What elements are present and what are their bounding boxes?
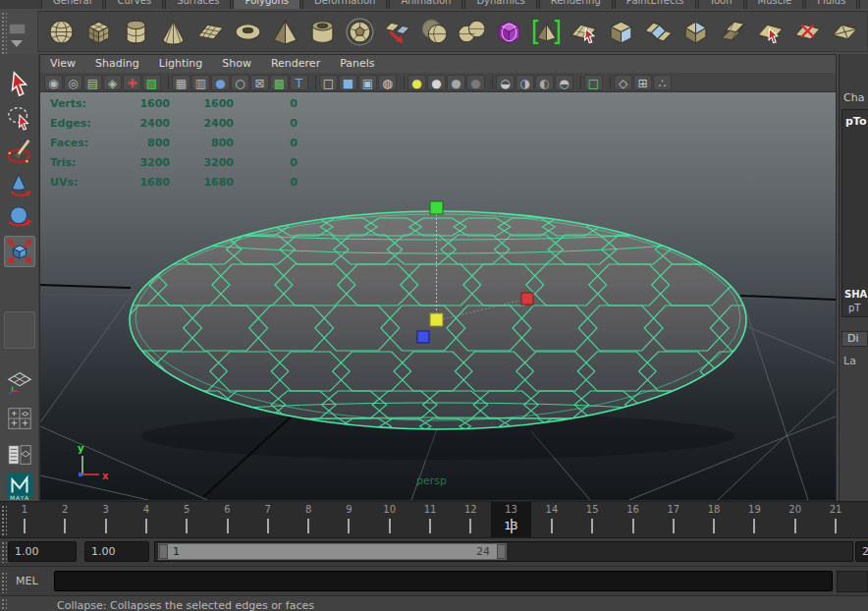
range-slider-track[interactable]: 1 24: [154, 541, 853, 562]
playback-start-field[interactable]: 1.00: [8, 541, 77, 562]
toolbox-move-tool[interactable]: [4, 169, 35, 200]
shelf-icon-smooth[interactable]: [415, 14, 453, 49]
safe-action-icon[interactable]: ⊠: [250, 75, 269, 90]
shelf-icon-poly-plane[interactable]: [191, 14, 229, 49]
shelf-icon-triangulate[interactable]: [826, 14, 863, 49]
shelf-icon-average-vertices[interactable]: [453, 14, 490, 49]
gate-mask-icon[interactable]: ●: [211, 75, 230, 90]
shelf-tab-toon[interactable]: Toon: [698, 0, 744, 9]
range-end-handle[interactable]: [497, 544, 506, 559]
ssao-icon[interactable]: ◑: [515, 75, 534, 90]
safe-title-icon[interactable]: ▩: [270, 75, 289, 90]
shaded-mode-icon[interactable]: ■: [339, 75, 357, 90]
viewport-menu-shading[interactable]: Shading: [85, 55, 149, 73]
pan-zoom-icon[interactable]: ✚: [123, 75, 141, 90]
shelf-menu-button[interactable]: [9, 24, 26, 34]
shelf-tab-dynamics[interactable]: Dynamics: [464, 0, 536, 9]
channel-box-object-name[interactable]: pTo: [845, 115, 866, 128]
toolbox-single-pane-layout[interactable]: [4, 365, 35, 397]
range-slider-grip[interactable]: [1, 541, 7, 563]
viewport-menu-panels[interactable]: Panels: [330, 55, 384, 73]
xray-icon[interactable]: ◇: [614, 75, 632, 90]
shelf-icon-poly-cone[interactable]: [154, 14, 191, 49]
film-gate-icon[interactable]: ▦: [172, 75, 190, 90]
share-node-icon[interactable]: ∴: [653, 75, 672, 90]
shelf-icon-poke-face[interactable]: [751, 14, 788, 49]
shelf-tab-painteffects[interactable]: PaintEffects: [615, 0, 696, 9]
mel-command-input[interactable]: [54, 571, 833, 591]
help-line-grip[interactable]: [1, 598, 7, 611]
shelf-tab-curves[interactable]: Curves: [105, 0, 163, 9]
scale-handle-z[interactable]: [417, 331, 429, 343]
shelf-dropdown-arrow-icon[interactable]: [11, 40, 23, 47]
shelf-icon-poly-sphere[interactable]: [42, 14, 80, 49]
no-lights-icon[interactable]: ●: [466, 75, 485, 90]
shelf-icon-poly-cube[interactable]: [80, 14, 117, 49]
toolbox-outliner-persp-layout[interactable]: [4, 439, 35, 471]
shelf-icon-bridge[interactable]: [639, 14, 677, 49]
shelf-icon-mirror-geometry[interactable]: [527, 14, 565, 49]
viewport-menu-lighting[interactable]: Lighting: [149, 55, 212, 73]
textured-mode-icon[interactable]: ▣: [358, 75, 377, 90]
toolbox-four-pane-layout[interactable]: [4, 403, 35, 434]
shelf-icon-quadrangulate[interactable]: [863, 14, 868, 49]
viewport-canvas[interactable]: y x persp Verts:160016000Edges:240024000…: [40, 92, 836, 500]
shelf-icon-poly-pipe[interactable]: [303, 14, 341, 49]
shelf-icon-poly-cylinder[interactable]: [117, 14, 154, 49]
wireframe-mode-icon[interactable]: □: [319, 75, 338, 90]
shelf-icon-bevel[interactable]: [677, 14, 714, 49]
viewport-menu-renderer[interactable]: Renderer: [261, 55, 330, 73]
scale-handle-x[interactable]: [521, 293, 533, 305]
scale-handle-center[interactable]: [430, 313, 443, 326]
range-slider-bar[interactable]: 1 24: [158, 543, 507, 560]
shelf-tab-fur[interactable]: Fur: [859, 0, 868, 9]
shelf-tab-muscle[interactable]: Muscle: [746, 0, 804, 9]
range-start-handle[interactable]: [159, 544, 168, 559]
toolbox-paint-select-tool[interactable]: [4, 136, 35, 167]
default-material-icon[interactable]: ◍: [378, 75, 397, 90]
shelf-tab-polygons[interactable]: Polygons: [233, 0, 300, 9]
layered-display-icon[interactable]: ⊞: [633, 75, 652, 90]
viewport-menu-show[interactable]: Show: [212, 55, 261, 73]
default-lighting-icon[interactable]: ●: [427, 75, 446, 90]
fog-icon[interactable]: ◓: [555, 75, 573, 90]
time-slider[interactable]: 12345678910111213141516171819202113: [0, 501, 868, 538]
toolbox-scale-tool[interactable]: [4, 236, 35, 267]
all-lights-icon[interactable]: ●: [407, 75, 426, 90]
scale-handle-y[interactable]: [430, 201, 443, 214]
shelf-icon-subdiv-proxy[interactable]: [490, 14, 527, 49]
resolution-gate-icon[interactable]: ▥: [191, 75, 210, 90]
shelf-icon-boolean-union[interactable]: [602, 14, 639, 49]
animation-start-field[interactable]: 1.00: [84, 541, 149, 562]
toolbox-last-tool-slot[interactable]: [4, 311, 35, 349]
display-region-icon[interactable]: ○: [231, 75, 249, 90]
shelf-icon-poly-pyramid[interactable]: [266, 14, 303, 49]
shelf-icon-poly-soccer-ball[interactable]: [341, 14, 378, 49]
time-slider-grip[interactable]: [1, 505, 7, 536]
layer-editor-display-tab[interactable]: Di: [841, 331, 868, 347]
flat-lighting-icon[interactable]: ●: [447, 75, 465, 90]
toolbox-select-tool[interactable]: [4, 69, 35, 100]
shelf-icon-extrude[interactable]: [714, 14, 751, 49]
shadows-icon[interactable]: ◒: [496, 75, 515, 90]
command-line-grip[interactable]: [1, 572, 7, 593]
toolbox-lasso-tool[interactable]: [4, 102, 35, 134]
shelf-tab-surfaces[interactable]: Surfaces: [165, 0, 231, 9]
shelf-icon-sculpt-geometry-tool[interactable]: [565, 14, 602, 49]
channel-box-header[interactable]: Cha: [843, 91, 864, 104]
shelf-tab-deformation[interactable]: Deformation: [302, 0, 387, 9]
motion-blur-icon[interactable]: ◐: [535, 75, 554, 90]
grease-pencil-icon[interactable]: ▧: [142, 75, 161, 90]
shelf-icon-reduce[interactable]: [378, 14, 415, 49]
shelf-tab-animation[interactable]: Animation: [389, 0, 462, 9]
field-chart-icon[interactable]: T: [290, 75, 308, 90]
channel-box-shape-name[interactable]: pT: [848, 303, 860, 313]
command-line-mode-label[interactable]: MEL: [16, 575, 38, 587]
toolbox-rotate-tool[interactable]: [4, 202, 35, 234]
shelf-tab-general[interactable]: General: [41, 0, 103, 9]
image-plane-icon[interactable]: ◈: [103, 75, 122, 90]
end-time-field[interactable]: 2: [855, 541, 868, 562]
bookmarks-icon[interactable]: ▤: [83, 75, 102, 90]
camera-attributes-icon[interactable]: ◎: [64, 75, 82, 90]
shelf-tab-fluids[interactable]: Fluids: [805, 0, 857, 9]
